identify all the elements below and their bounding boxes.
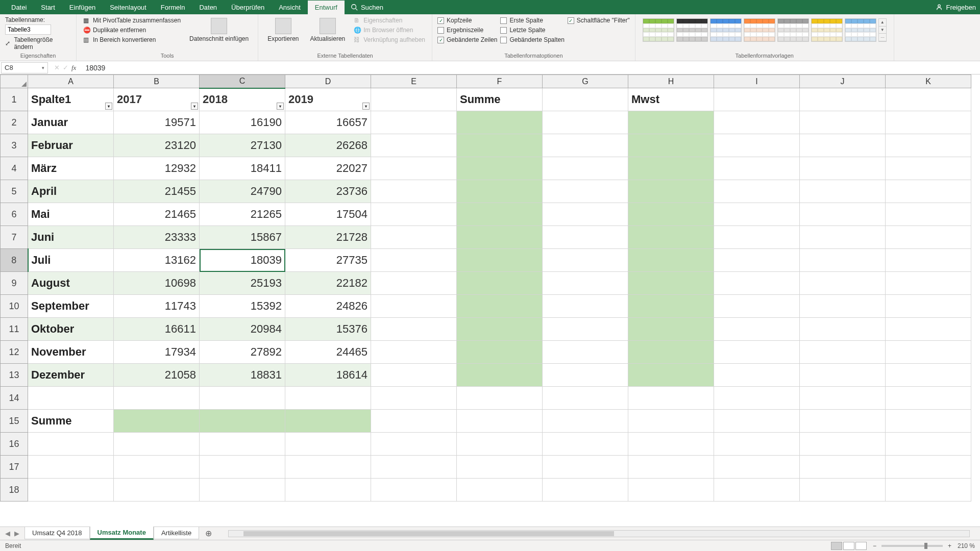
cell-F16[interactable] [457, 433, 543, 456]
col-header-J[interactable]: J [800, 75, 886, 88]
pivot-button[interactable]: ▦Mit PivotTable zusammenfassen [82, 16, 182, 24]
style-thumb[interactable] [811, 18, 843, 42]
row-header-4[interactable]: 4 [1, 157, 28, 180]
tab-seitenlayout[interactable]: Seitenlayout [103, 1, 154, 14]
cell-B2[interactable]: 19571 [114, 111, 200, 134]
grid[interactable]: ABCDEFGHIJK1Spalte1▾2017▾2018▾2019▾Summe… [0, 74, 980, 527]
cell-E4[interactable] [371, 157, 457, 180]
cell-E1[interactable] [371, 88, 457, 111]
cell-A8[interactable]: Juli [28, 249, 114, 272]
cell-B14[interactable] [114, 387, 200, 410]
sheet-nav[interactable]: ◀▶ [0, 530, 24, 537]
cell-F13[interactable] [457, 364, 543, 387]
cell-F3[interactable] [457, 134, 543, 157]
cell-A5[interactable]: April [28, 180, 114, 203]
row-header-8[interactable]: 8 [1, 249, 28, 272]
cell-G15[interactable] [543, 410, 628, 433]
cell-G5[interactable] [543, 180, 628, 203]
cell-D1[interactable]: 2019▾ [285, 88, 371, 111]
tab-daten[interactable]: Daten [192, 1, 224, 14]
cell-B12[interactable]: 17934 [114, 341, 200, 364]
cell-I7[interactable] [714, 226, 800, 249]
cell-K10[interactable] [886, 295, 971, 318]
cell-D10[interactable]: 24826 [285, 295, 371, 318]
cell-H18[interactable] [628, 479, 714, 502]
cell-C11[interactable]: 20984 [200, 318, 285, 341]
col-header-D[interactable]: D [285, 75, 371, 88]
cell-I3[interactable] [714, 134, 800, 157]
cell-D3[interactable]: 26268 [285, 134, 371, 157]
style-thumb[interactable] [777, 18, 809, 42]
cell-J17[interactable] [800, 456, 886, 479]
cell-I13[interactable] [714, 364, 800, 387]
cell-F9[interactable] [457, 272, 543, 295]
cancel-icon[interactable]: ✕ [54, 64, 60, 71]
check-total-row[interactable]: Ergebniszeile [437, 26, 497, 34]
row-header-16[interactable]: 16 [1, 433, 28, 456]
cell-K12[interactable] [886, 341, 971, 364]
cell-C18[interactable] [200, 479, 285, 502]
row-header-10[interactable]: 10 [1, 295, 28, 318]
cell-A6[interactable]: Mai [28, 203, 114, 226]
filter-icon[interactable]: ▾ [105, 103, 112, 110]
normal-view-button[interactable] [831, 542, 842, 550]
cell-F1[interactable]: Summe [457, 88, 543, 111]
filter-icon[interactable]: ▾ [277, 103, 284, 110]
row-header-12[interactable]: 12 [1, 341, 28, 364]
convert-button[interactable]: ▥In Bereich konvertieren [82, 36, 182, 44]
cell-C6[interactable]: 21265 [200, 203, 285, 226]
cell-I14[interactable] [714, 387, 800, 410]
row-header-1[interactable]: 1 [1, 88, 28, 111]
row-header-9[interactable]: 9 [1, 272, 28, 295]
cell-C8[interactable]: 18039 [200, 249, 285, 272]
cell-D17[interactable] [285, 456, 371, 479]
cell-C4[interactable]: 18411 [200, 157, 285, 180]
fx-icon[interactable]: fx [71, 64, 76, 72]
share-button[interactable]: Freigeben [936, 4, 976, 11]
cell-G6[interactable] [543, 203, 628, 226]
zoom-slider[interactable] [881, 545, 943, 547]
row-header-14[interactable]: 14 [1, 387, 28, 410]
col-header-G[interactable]: G [543, 75, 628, 88]
cell-B6[interactable]: 21465 [114, 203, 200, 226]
cell-E7[interactable] [371, 226, 457, 249]
cell-K2[interactable] [886, 111, 971, 134]
cell-C16[interactable] [200, 433, 285, 456]
cell-B11[interactable]: 16611 [114, 318, 200, 341]
cell-K15[interactable] [886, 410, 971, 433]
cell-H16[interactable] [628, 433, 714, 456]
cell-H9[interactable] [628, 272, 714, 295]
cell-H12[interactable] [628, 341, 714, 364]
style-thumb[interactable] [845, 18, 876, 42]
cell-E17[interactable] [371, 456, 457, 479]
cell-G10[interactable] [543, 295, 628, 318]
cell-H10[interactable] [628, 295, 714, 318]
cell-B9[interactable]: 10698 [114, 272, 200, 295]
cell-F18[interactable] [457, 479, 543, 502]
cell-G8[interactable] [543, 249, 628, 272]
cell-K3[interactable] [886, 134, 971, 157]
page-layout-view-button[interactable] [843, 542, 854, 550]
slicer-button[interactable]: Datenschnitt einfügen [185, 16, 253, 44]
cell-A14[interactable] [28, 387, 114, 410]
cell-B16[interactable] [114, 433, 200, 456]
cell-D16[interactable] [285, 433, 371, 456]
col-header-B[interactable]: B [114, 75, 200, 88]
cell-C14[interactable] [200, 387, 285, 410]
zoom-in-button[interactable]: + [948, 542, 951, 549]
cell-G13[interactable] [543, 364, 628, 387]
cell-J14[interactable] [800, 387, 886, 410]
tab-start[interactable]: Start [34, 1, 62, 14]
col-header-H[interactable]: H [628, 75, 714, 88]
select-all-corner[interactable] [1, 75, 28, 88]
cell-J12[interactable] [800, 341, 886, 364]
cell-K17[interactable] [886, 456, 971, 479]
cell-B18[interactable] [114, 479, 200, 502]
cell-G9[interactable] [543, 272, 628, 295]
tab-formeln[interactable]: Formeln [154, 1, 192, 14]
cell-G18[interactable] [543, 479, 628, 502]
sheet-tab[interactable]: Umsatz Monate [90, 527, 154, 540]
col-header-K[interactable]: K [886, 75, 971, 88]
cell-I15[interactable] [714, 410, 800, 433]
cell-H11[interactable] [628, 318, 714, 341]
